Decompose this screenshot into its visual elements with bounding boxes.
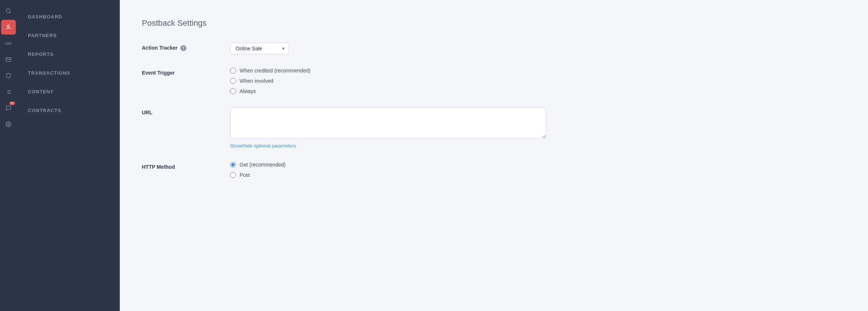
http-method-control: Get (recommended) Post <box>230 162 846 178</box>
sidebar-item-transactions[interactable]: TRANSACTIONS <box>17 64 120 82</box>
event-trigger-label: Event Trigger <box>142 68 215 76</box>
postback-settings-form: Action Tracker ? Online Sale Lead Instal… <box>142 43 846 178</box>
http-method-get-radio[interactable] <box>230 162 236 168</box>
event-trigger-always-label: Always <box>240 88 256 94</box>
page-title: Postback Settings <box>142 18 846 28</box>
http-method-get-option[interactable]: Get (recommended) <box>230 162 846 168</box>
http-method-label: HTTP Method <box>142 162 215 170</box>
action-tracker-control: Online Sale Lead Install <box>230 43 846 54</box>
action-tracker-label: Action Tracker ? <box>142 43 215 51</box>
event-trigger-involved-option[interactable]: When involved <box>230 78 846 84</box>
event-trigger-credited-radio[interactable] <box>230 68 236 74</box>
svg-point-8 <box>8 124 9 125</box>
action-tracker-row: Action Tracker ? Online Sale Lead Instal… <box>142 43 846 54</box>
event-trigger-credited-option[interactable]: When credited (recommended) <box>230 68 846 74</box>
svg-point-1 <box>7 25 9 27</box>
icon-sidebar <box>0 0 17 311</box>
sidebar-item-content[interactable]: CONTENT <box>17 82 120 101</box>
event-trigger-involved-label: When involved <box>240 78 273 84</box>
chat-icon[interactable] <box>1 101 16 115</box>
event-trigger-radio-group: When credited (recommended) When involve… <box>230 68 846 94</box>
main-content: Postback Settings Action Tracker ? Onlin… <box>120 0 868 311</box>
http-method-post-radio[interactable] <box>230 172 236 178</box>
http-method-row: HTTP Method Get (recommended) Post <box>142 162 846 178</box>
url-label: URL <box>142 107 215 115</box>
nav-sidebar: DASHBOARD PARTNERS REPORTS TRANSACTIONS … <box>17 0 120 311</box>
url-row: URL Show/hide optional parameters <box>142 107 846 149</box>
action-tracker-select[interactable]: Online Sale Lead Install <box>230 43 289 54</box>
settings-icon[interactable] <box>1 117 16 132</box>
event-trigger-credited-label: When credited (recommended) <box>240 68 311 74</box>
infinity-icon[interactable] <box>1 36 16 51</box>
shield-icon[interactable] <box>1 68 16 83</box>
http-method-radio-group: Get (recommended) Post <box>230 162 846 178</box>
http-method-post-label: Post <box>240 172 250 178</box>
sidebar-item-reports[interactable]: REPORTS <box>17 45 120 64</box>
event-trigger-always-radio[interactable] <box>230 88 236 94</box>
sidebar-item-contracts[interactable]: CONTRACTS <box>17 101 120 120</box>
sidebar-item-dashboard[interactable]: DASHBOARD <box>17 7 120 26</box>
mail-icon[interactable] <box>1 52 16 67</box>
list-icon[interactable] <box>1 85 16 99</box>
user-icon[interactable] <box>1 20 16 35</box>
event-trigger-always-option[interactable]: Always <box>230 88 846 94</box>
url-control: Show/hide optional parameters <box>230 107 846 149</box>
event-trigger-involved-radio[interactable] <box>230 78 236 84</box>
action-tracker-help-icon[interactable]: ? <box>180 45 186 51</box>
sidebar-item-partners[interactable]: PARTNERS <box>17 26 120 45</box>
svg-point-0 <box>6 9 10 13</box>
action-tracker-select-wrapper: Online Sale Lead Install <box>230 43 289 54</box>
http-method-get-label: Get (recommended) <box>240 162 286 168</box>
event-trigger-control: When credited (recommended) When involve… <box>230 68 846 94</box>
http-method-post-option[interactable]: Post <box>230 172 846 178</box>
show-hide-params-link[interactable]: Show/hide optional parameters <box>230 143 846 149</box>
url-input[interactable] <box>230 107 546 139</box>
event-trigger-row: Event Trigger When credited (recommended… <box>142 68 846 94</box>
search-icon[interactable] <box>1 4 16 18</box>
